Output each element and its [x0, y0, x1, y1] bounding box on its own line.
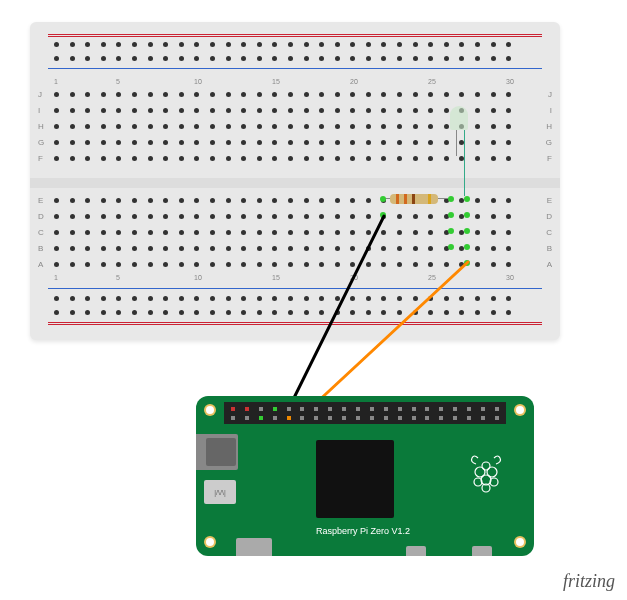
connection-dot — [448, 212, 454, 218]
row-label: I — [550, 106, 552, 115]
breadboard: J I H G F E D C B A J I H G F E D C B A … — [30, 22, 560, 340]
led-component — [450, 106, 468, 130]
connection-dot — [464, 212, 470, 218]
row-label: J — [38, 90, 42, 99]
row-label: A — [38, 260, 43, 269]
raspberry-pi-logo-icon — [468, 452, 504, 494]
row-label: F — [547, 154, 552, 163]
col-label: 15 — [272, 78, 280, 85]
rail-row — [54, 56, 511, 61]
connection-dot — [464, 260, 470, 266]
col-label: 10 — [194, 274, 202, 281]
sd-card-slot-icon — [196, 434, 238, 470]
col-label: 25 — [428, 274, 436, 281]
pi-board-label: Raspberry Pi Zero V1.2 — [316, 526, 410, 536]
connection-dot — [464, 244, 470, 250]
row-label: F — [38, 154, 43, 163]
row-label: I — [38, 106, 40, 115]
row-label: A — [547, 260, 552, 269]
col-label: 1 — [54, 78, 58, 85]
row-label: G — [38, 138, 44, 147]
row-label: B — [38, 244, 43, 253]
micro-usb-port-icon — [472, 546, 492, 556]
col-label: 25 — [428, 78, 436, 85]
row-label: H — [38, 122, 44, 131]
row-label: H — [546, 122, 552, 131]
svg-point-2 — [482, 462, 490, 470]
connection-dot — [464, 196, 470, 202]
connection-dot — [448, 244, 454, 250]
connection-dot — [464, 228, 470, 234]
col-label: 1 — [54, 274, 58, 281]
mount-hole-icon — [514, 536, 526, 548]
col-label: 20 — [350, 78, 358, 85]
led-leg — [464, 130, 465, 196]
connection-dot — [448, 228, 454, 234]
soc-chip-icon — [316, 440, 394, 518]
row-label: D — [38, 212, 44, 221]
col-label: 5 — [116, 274, 120, 281]
row-label: B — [547, 244, 552, 253]
connection-dot — [380, 212, 386, 218]
col-label: 20 — [350, 274, 358, 281]
col-label: 15 — [272, 274, 280, 281]
watermark-label: fritzing — [563, 571, 615, 592]
col-label: 5 — [116, 78, 120, 85]
connection-dot — [448, 196, 454, 202]
raspberry-pi-board: |/\/\| Raspberry Pi Zero V1.2 — [196, 396, 534, 556]
row-label: D — [546, 212, 552, 221]
mini-hdmi-port-icon — [236, 538, 272, 556]
camera-connector-icon: |/\/\| — [204, 480, 236, 504]
row-label: J — [548, 90, 552, 99]
row-label: E — [547, 196, 552, 205]
col-label: 10 — [194, 78, 202, 85]
breadboard-divider — [30, 178, 560, 188]
micro-usb-port-icon — [406, 546, 426, 556]
row-label: C — [546, 228, 552, 237]
row-label: C — [38, 228, 44, 237]
col-label: 30 — [506, 274, 514, 281]
gpio-header — [224, 402, 506, 424]
connection-dot — [380, 196, 386, 202]
row-label: G — [546, 138, 552, 147]
resistor-component — [390, 194, 438, 204]
rail-row — [54, 42, 511, 47]
col-label: 30 — [506, 78, 514, 85]
row-label: E — [38, 196, 43, 205]
led-leg — [456, 130, 457, 156]
mount-hole-icon — [204, 404, 216, 416]
mount-hole-icon — [514, 404, 526, 416]
mount-hole-icon — [204, 536, 216, 548]
